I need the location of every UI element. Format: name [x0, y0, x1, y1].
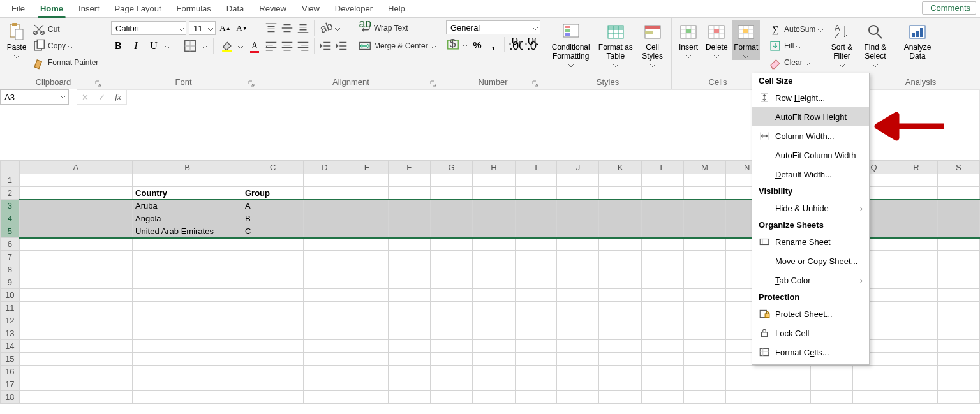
row-header-6[interactable]: 6 — [1, 238, 20, 251]
cell-S2[interactable] — [937, 187, 979, 200]
row-header-10[interactable]: 10 — [1, 289, 20, 302]
tab-formulas[interactable]: Formulas — [169, 1, 219, 17]
cell-I7[interactable] — [515, 251, 557, 263]
row-header-13[interactable]: 13 — [1, 327, 20, 340]
cell-J11[interactable] — [557, 302, 599, 314]
cell-L8[interactable] — [641, 263, 683, 276]
cell-C4[interactable]: B — [242, 212, 304, 225]
align-center-button[interactable] — [280, 39, 294, 53]
cell-F14[interactable] — [388, 340, 430, 353]
cell-R5[interactable] — [895, 225, 937, 238]
cell-L5[interactable] — [641, 225, 683, 238]
menu-default-width[interactable]: Default Width... — [752, 165, 869, 184]
cell-K15[interactable] — [599, 353, 641, 366]
dialog-launcher-icon[interactable] — [531, 80, 539, 87]
cell-M13[interactable] — [683, 327, 725, 340]
tab-view[interactable]: View — [294, 1, 327, 17]
comma-style-button[interactable]: , — [486, 38, 500, 52]
cell-D5[interactable] — [304, 225, 346, 238]
cell-R18[interactable] — [895, 391, 937, 404]
cell-S6[interactable] — [937, 238, 979, 251]
cell-M17[interactable] — [683, 378, 725, 391]
cell-S14[interactable] — [937, 340, 979, 353]
col-header-G[interactable]: G — [430, 161, 472, 174]
cell-D13[interactable] — [304, 327, 346, 340]
cell-C9[interactable] — [242, 276, 304, 289]
orientation-button[interactable]: ab — [318, 21, 332, 35]
cell-E9[interactable] — [346, 276, 388, 289]
menu-column-width[interactable]: Column Width... — [752, 126, 869, 145]
cell-S16[interactable] — [937, 366, 979, 378]
cell-K9[interactable] — [599, 276, 641, 289]
cell-M15[interactable] — [683, 353, 725, 366]
cell-R8[interactable] — [895, 263, 937, 276]
cell-H5[interactable] — [473, 225, 515, 238]
col-header-C[interactable]: C — [242, 161, 304, 174]
align-right-button[interactable] — [296, 39, 310, 53]
cell-L9[interactable] — [641, 276, 683, 289]
cell-F16[interactable] — [388, 366, 430, 378]
cell-D17[interactable] — [304, 378, 346, 391]
decrease-indent-button[interactable] — [318, 39, 332, 53]
cell-A10[interactable] — [19, 289, 133, 302]
row-header-2[interactable]: 2 — [1, 187, 20, 200]
cell-H17[interactable] — [473, 378, 515, 391]
cell-K8[interactable] — [599, 263, 641, 276]
cell-H8[interactable] — [473, 263, 515, 276]
cell-H16[interactable] — [473, 366, 515, 378]
menu-rename-sheet[interactable]: Rename Sheet — [752, 232, 869, 251]
cell-S11[interactable] — [937, 302, 979, 314]
cell-F1[interactable] — [388, 174, 430, 187]
cell-J17[interactable] — [557, 378, 599, 391]
row-header-7[interactable]: 7 — [1, 251, 20, 263]
cell-C15[interactable] — [242, 353, 304, 366]
cell-D14[interactable] — [304, 340, 346, 353]
cell-C1[interactable] — [242, 174, 304, 187]
tab-help[interactable]: Help — [380, 1, 413, 17]
row-header-3[interactable]: 3 — [1, 200, 20, 212]
cell-A9[interactable] — [19, 276, 133, 289]
cell-A2[interactable] — [19, 187, 133, 200]
cell-A7[interactable] — [19, 251, 133, 263]
cell-R10[interactable] — [895, 289, 937, 302]
cell-L11[interactable] — [641, 302, 683, 314]
conditional-formatting-button[interactable]: Conditional Formatting — [548, 20, 593, 69]
cell-G17[interactable] — [430, 378, 472, 391]
cell-A4[interactable] — [19, 212, 133, 225]
cell-R11[interactable] — [895, 302, 937, 314]
font-color-button[interactable]: A — [248, 39, 262, 53]
cell-S18[interactable] — [937, 391, 979, 404]
cell-K4[interactable] — [599, 212, 641, 225]
cell-L14[interactable] — [641, 340, 683, 353]
cell-A13[interactable] — [19, 327, 133, 340]
cell-L18[interactable] — [641, 391, 683, 404]
cell-L2[interactable] — [641, 187, 683, 200]
name-box-dropdown[interactable] — [57, 90, 68, 104]
cell-M2[interactable] — [683, 187, 725, 200]
cell-I8[interactable] — [515, 263, 557, 276]
cell-J1[interactable] — [557, 174, 599, 187]
delete-cells-button[interactable]: Delete — [704, 20, 729, 60]
cell-E6[interactable] — [346, 238, 388, 251]
percent-button[interactable]: % — [470, 38, 484, 52]
cell-K3[interactable] — [599, 200, 641, 212]
cell-B18[interactable] — [133, 391, 242, 404]
col-header-D[interactable]: D — [304, 161, 346, 174]
cell-J5[interactable] — [557, 225, 599, 238]
cell-I15[interactable] — [515, 353, 557, 366]
col-header-B[interactable]: B — [133, 161, 242, 174]
cell-C13[interactable] — [242, 327, 304, 340]
row-header-5[interactable]: 5 — [1, 225, 20, 238]
cell-S15[interactable] — [937, 353, 979, 366]
cell-J4[interactable] — [557, 212, 599, 225]
cell-H4[interactable] — [473, 212, 515, 225]
italic-button[interactable]: I — [129, 39, 143, 53]
cell-C10[interactable] — [242, 289, 304, 302]
sort-filter-button[interactable]: AZ Sort & Filter — [826, 20, 857, 69]
cell-L1[interactable] — [641, 174, 683, 187]
cell-D4[interactable] — [304, 212, 346, 225]
menu-autofit-row-height[interactable]: AutoFit Row Height — [752, 107, 869, 126]
cell-G16[interactable] — [430, 366, 472, 378]
borders-button[interactable] — [183, 39, 197, 53]
cell-E14[interactable] — [346, 340, 388, 353]
